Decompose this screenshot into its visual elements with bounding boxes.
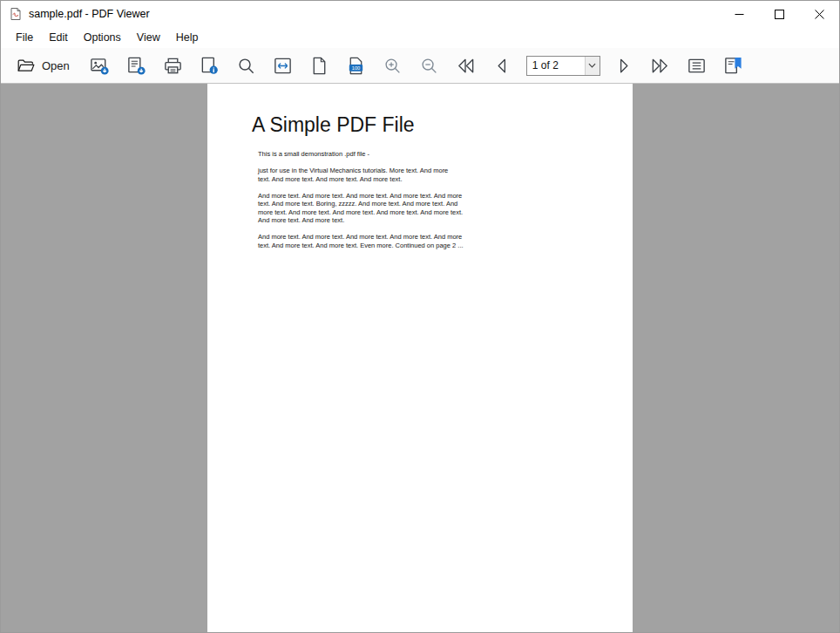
- actual-size-label: 100: [352, 65, 361, 71]
- bookmarks-icon: [723, 56, 743, 76]
- search-button[interactable]: [230, 51, 263, 80]
- zoom-out-button[interactable]: [413, 51, 446, 80]
- export-text-icon: [126, 56, 146, 76]
- minimize-button[interactable]: [719, 1, 759, 27]
- pdf-paragraph: And more text. And more text. And more t…: [258, 192, 633, 225]
- export-image-icon: [90, 56, 110, 76]
- last-page-button[interactable]: [644, 51, 677, 80]
- toolbar: Open: [1, 48, 839, 84]
- first-page-icon: [456, 56, 476, 76]
- title-bar: sample.pdf - PDF Viewer: [1, 1, 839, 27]
- window-controls: [719, 1, 839, 27]
- search-icon: [236, 56, 256, 76]
- pdf-paragraph: just for use in the Virtual Mechanics tu…: [258, 167, 633, 183]
- folder-open-icon: [17, 57, 35, 75]
- document-info-button[interactable]: [193, 51, 227, 80]
- pdf-paragraphs: This is a small demonstration .pdf file …: [207, 137, 633, 249]
- window-title: sample.pdf - PDF Viewer: [29, 8, 150, 20]
- open-button-label: Open: [42, 59, 70, 72]
- previous-page-button[interactable]: [486, 51, 519, 80]
- close-icon: [815, 10, 824, 19]
- next-page-button[interactable]: [607, 51, 640, 80]
- menu-item-options[interactable]: Options: [76, 29, 129, 48]
- menu-item-edit[interactable]: Edit: [41, 29, 76, 48]
- menu-item-help[interactable]: Help: [168, 29, 207, 48]
- minimize-icon: [735, 10, 744, 19]
- pdf-page: A Simple PDF File This is a small demons…: [207, 84, 633, 632]
- app-icon: [9, 7, 23, 21]
- fit-page-button[interactable]: [303, 51, 336, 80]
- page-selector[interactable]: 1 of 2: [526, 56, 600, 76]
- next-page-icon: [613, 56, 633, 76]
- pdf-viewer-window: sample.pdf - PDF Viewer File Edit Option…: [0, 0, 840, 633]
- menu-bar: File Edit Options View Help: [1, 27, 839, 48]
- zoom-in-icon: [383, 56, 403, 76]
- bookmarks-button[interactable]: [717, 51, 750, 80]
- thumbnails-button[interactable]: [681, 51, 714, 80]
- menu-item-view[interactable]: View: [129, 29, 168, 48]
- document-viewport: A Simple PDF File This is a small demons…: [1, 84, 839, 632]
- print-icon: [163, 56, 183, 76]
- maximize-button[interactable]: [759, 1, 799, 27]
- fit-width-button[interactable]: [267, 51, 300, 80]
- print-button[interactable]: [157, 51, 190, 80]
- thumbnails-icon: [687, 56, 707, 76]
- zoom-in-button[interactable]: [376, 51, 410, 80]
- pdf-paragraph: And more text. And more text. And more t…: [258, 233, 633, 249]
- export-image-button[interactable]: [84, 51, 117, 80]
- previous-page-icon: [492, 56, 512, 76]
- document-info-icon: [200, 56, 220, 76]
- fit-width-icon: [273, 56, 293, 76]
- last-page-icon: [650, 56, 670, 76]
- menu-item-file[interactable]: File: [8, 29, 41, 48]
- close-button[interactable]: [799, 1, 839, 27]
- chevron-down-icon: [585, 57, 600, 75]
- first-page-button[interactable]: [450, 51, 483, 80]
- zoom-out-icon: [419, 56, 439, 76]
- pdf-paragraph: This is a small demonstration .pdf file …: [258, 150, 633, 159]
- page-selector-value: 1 of 2: [527, 57, 585, 75]
- open-button[interactable]: Open: [8, 51, 80, 80]
- pdf-document-title: A Simple PDF File: [207, 84, 633, 137]
- actual-size-icon: 100: [346, 56, 366, 76]
- actual-size-button[interactable]: 100: [340, 51, 373, 80]
- export-text-button[interactable]: [120, 51, 153, 80]
- maximize-icon: [775, 10, 784, 19]
- fit-page-icon: [309, 56, 329, 76]
